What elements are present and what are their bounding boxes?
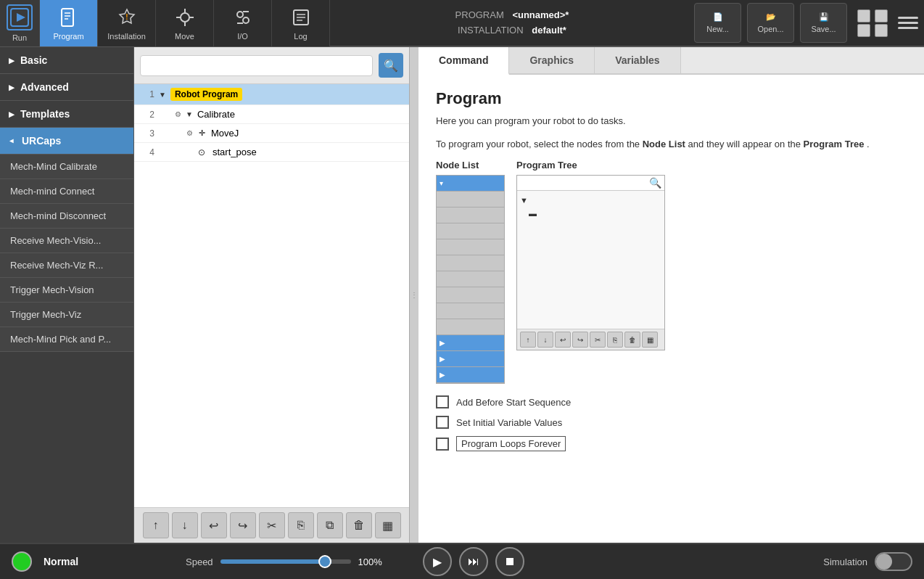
node-list-row-blue-1[interactable]: ▶ — [437, 335, 504, 351]
search-input[interactable] — [140, 55, 373, 76]
toolbar-duplicate[interactable]: ⧉ — [317, 512, 343, 538]
node-list-row-dropdown[interactable]: ▾ — [437, 176, 504, 192]
sidebar-item-trigger-mechvision[interactable]: Trigger Mech-Vision — [0, 278, 133, 303]
sidebar-item-trigger-mechviz[interactable]: Trigger Mech-Viz — [0, 303, 133, 327]
node-list-bold: Node List — [643, 139, 685, 149]
urcaps-label: URCaps — [22, 135, 61, 147]
corner-dot-4[interactable] — [875, 24, 888, 37]
corner-dot-2[interactable] — [875, 9, 888, 22]
nav-move[interactable]: Move — [156, 0, 214, 46]
line-num-3: 3 — [140, 128, 154, 139]
sidebar-item-receive-mechvision[interactable]: Receive Mech-Visio... — [0, 229, 133, 253]
ptv-row-2: ▬ — [520, 207, 661, 220]
corner-dot-3[interactable] — [857, 24, 870, 37]
io-icon — [231, 6, 255, 29]
sidebar-item-mechmind-pickplace[interactable]: Mech-Mind Pick and P... — [0, 327, 133, 352]
open-button[interactable]: 📂 Open... — [747, 3, 794, 43]
sidebar-section-basic[interactable]: ▶ Basic — [0, 47, 133, 74]
sidebar-section-templates[interactable]: ▶ Templates — [0, 101, 133, 128]
advanced-arrow: ▶ — [9, 83, 15, 91]
mechmind-connect-label: Mech-mind Connect — [10, 186, 94, 197]
nav-program[interactable]: Program — [40, 0, 98, 46]
nav-log[interactable]: Log — [272, 0, 330, 46]
tab-graphics[interactable]: Graphics — [509, 47, 595, 73]
ptv-btn-down[interactable]: ↓ — [537, 332, 553, 348]
toolbar-cut[interactable]: ✂ — [259, 512, 285, 538]
hamburger-line-3 — [898, 27, 918, 29]
save-button[interactable]: 💾 Save... — [800, 3, 847, 43]
checkbox-row-1: Add Before Start Sequence — [436, 395, 907, 408]
tree-item-calibrate[interactable]: 2 ⚙ ▼ Calibrate — [134, 105, 409, 124]
mechmind-pickplace-label: Mech-Mind Pick and P... — [10, 334, 111, 345]
speed-slider[interactable] — [220, 559, 351, 564]
node-list-row-blue-3[interactable]: ▶ — [437, 367, 504, 383]
corner-dot-1[interactable] — [857, 9, 870, 22]
node-list-row-7 — [437, 287, 504, 303]
stop-button[interactable]: ⏹ — [495, 547, 524, 576]
save-icon: 💾 — [819, 12, 829, 22]
hamburger-menu[interactable] — [892, 11, 924, 35]
panel-divider[interactable]: ⋮ — [410, 47, 418, 543]
corner-buttons — [853, 5, 892, 41]
ptv-btn-delete[interactable]: 🗑 — [624, 332, 640, 348]
checkbox-initial-vars[interactable] — [436, 416, 449, 429]
toolbar-delete[interactable]: 🗑 — [346, 512, 372, 538]
svg-point-14 — [243, 17, 249, 23]
new-icon: 📄 — [713, 12, 723, 22]
middle-panel: 🔍 1 ▼ Robot Program 2 ⚙ ▼ Calibrate 3 — [134, 47, 410, 543]
node-list-row-2 — [437, 208, 504, 223]
ptv-search-icon[interactable]: 🔍 — [649, 177, 661, 189]
mechmind-disconnect-label: Mech-mind Disconnect — [10, 210, 106, 221]
speed-label: Speed — [186, 557, 213, 567]
toolbar-undo[interactable]: ↩ — [201, 512, 227, 538]
checkbox-loops-forever[interactable] — [436, 438, 449, 451]
sidebar-section-advanced[interactable]: ▶ Advanced — [0, 74, 133, 101]
tab-variables[interactable]: Variables — [595, 47, 681, 73]
sidebar-section-urcaps[interactable]: ▼ URCaps — [0, 128, 133, 155]
toolbar-copy[interactable]: ⎘ — [288, 512, 314, 538]
svg-text:!: ! — [125, 13, 128, 21]
tree-item-robot-program[interactable]: 1 ▼ Robot Program — [134, 84, 409, 105]
simulation-toggle[interactable] — [875, 552, 912, 571]
sidebar: ▶ Basic ▶ Advanced ▶ Templates ▼ URCaps … — [0, 47, 134, 543]
play-button[interactable]: ▶ — [423, 547, 452, 576]
search-icon: 🔍 — [384, 59, 398, 73]
nav-io[interactable]: I/O — [214, 0, 272, 46]
tree-item-movej[interactable]: 3 ⚙ ✛ MoveJ — [134, 124, 409, 143]
right-panel: Command Graphics Variables Program Here … — [418, 47, 924, 543]
tab-command[interactable]: Command — [418, 47, 509, 75]
ptv-btn-copy[interactable]: ⎘ — [607, 332, 623, 348]
middle-toolbar: ↑ ↓ ↩ ↪ ✂ ⎘ ⧉ 🗑 ▦ — [134, 507, 409, 543]
new-button[interactable]: 📄 New... — [694, 3, 741, 43]
speed-value: 100% — [358, 557, 382, 567]
sidebar-item-receive-mechviz[interactable]: Receive Mech-Viz R... — [0, 253, 133, 278]
ptv-btn-more[interactable]: ▦ — [642, 332, 658, 348]
sidebar-item-mechmind-disconnect[interactable]: Mech-mind Disconnect — [0, 204, 133, 229]
sidebar-item-mechmind-connect[interactable]: Mech-mind Connect — [0, 179, 133, 204]
statusbar: Normal Speed 100% ▶ ⏭ ⏹ Simulation — [0, 543, 924, 579]
checkbox-add-before[interactable] — [436, 395, 449, 408]
node-list-row-blue-2[interactable]: ▶ — [437, 351, 504, 367]
nav-installation[interactable]: ! Installation — [98, 0, 156, 46]
toolbar-up[interactable]: ↑ — [143, 512, 169, 538]
nav-run[interactable]: Run — [0, 0, 40, 46]
node-list-row-8 — [437, 303, 504, 319]
robot-program-label: Robot Program — [170, 88, 242, 101]
speed-handle[interactable] — [318, 555, 331, 568]
ptv-btn-redo[interactable]: ↪ — [572, 332, 588, 348]
toolbar-down[interactable]: ↓ — [172, 512, 198, 538]
nav-installation-label: Installation — [107, 32, 146, 41]
ptv-btn-undo[interactable]: ↩ — [555, 332, 571, 348]
advanced-label: Advanced — [20, 81, 69, 93]
line-num-2: 2 — [140, 110, 154, 120]
ptv-btn-cut[interactable]: ✂ — [590, 332, 606, 348]
calibrate-dot-icon: ⚙ — [175, 110, 181, 118]
search-button[interactable]: 🔍 — [379, 53, 403, 78]
step-button[interactable]: ⏭ — [459, 547, 488, 576]
toolbar-redo[interactable]: ↪ — [230, 512, 256, 538]
ptv-btn-up[interactable]: ↑ — [520, 332, 536, 348]
sidebar-item-mechmind-calibrate[interactable]: Mech-Mind Calibrate — [0, 155, 133, 179]
tree-item-startpose[interactable]: 4 ⊙ start_pose — [134, 143, 409, 162]
toolbar-more[interactable]: ▦ — [375, 512, 401, 538]
ptv-toolbar: ↑ ↓ ↩ ↪ ✂ ⎘ 🗑 ▦ — [517, 329, 664, 350]
